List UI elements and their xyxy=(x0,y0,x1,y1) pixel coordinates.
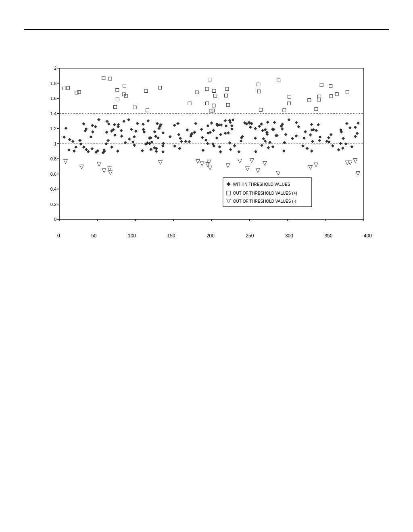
chart-area xyxy=(41,62,372,231)
chart-container: 0 50 100 150 200 250 300 350 400 xyxy=(41,62,372,239)
x-axis-labels: 0 50 100 150 200 250 300 350 400 xyxy=(57,233,372,239)
page: 0 50 100 150 200 250 300 350 400 xyxy=(0,0,413,532)
scatter-chart xyxy=(41,62,372,231)
page-header xyxy=(24,16,389,30)
header-date-sheet xyxy=(205,16,208,26)
